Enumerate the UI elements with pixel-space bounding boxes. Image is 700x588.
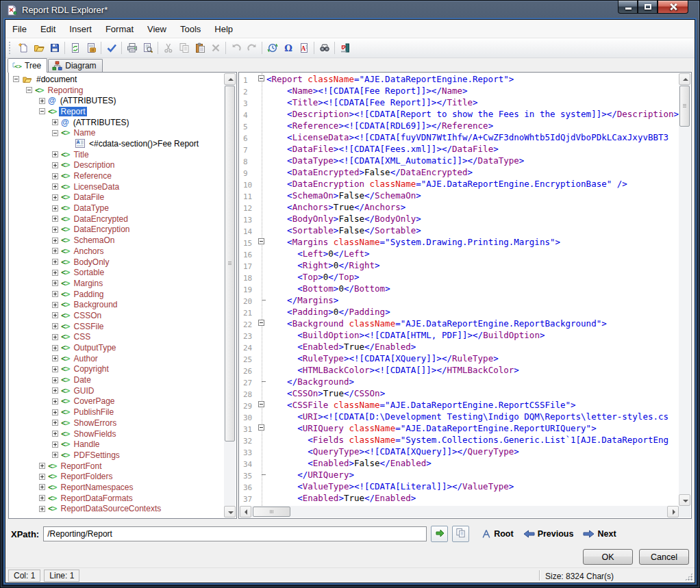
scroll-thumb[interactable] <box>253 507 290 517</box>
history-button[interactable] <box>264 40 280 55</box>
tree-item-title[interactable]: <>Title <box>10 149 223 160</box>
print-button[interactable] <box>124 40 140 55</box>
expand-icon[interactable] <box>39 474 45 480</box>
expand-icon[interactable] <box>52 398 58 405</box>
scroll-up-button[interactable] <box>679 73 690 85</box>
xpath-go-button[interactable] <box>431 526 448 542</box>
expand-icon[interactable] <box>52 431 58 437</box>
code-line[interactable]: 17 <Right>0</Right> <box>240 259 679 271</box>
expand-icon[interactable] <box>52 452 58 458</box>
code-line[interactable]: 16 <Left>0</Left> <box>240 248 679 259</box>
code-line[interactable]: 8 <DataType><![CDATA[XML_Automatic]]></D… <box>240 155 679 166</box>
code-line[interactable]: 2 <Name><![CDATA[Fee Report]]></Name> <box>240 85 679 97</box>
code-line[interactable]: 7 <DataFile><![CDATA[Fees.xml]]></DataFi… <box>240 143 679 155</box>
scroll-down-button[interactable] <box>679 494 690 506</box>
tree-item-margins[interactable]: <>Margins <box>10 278 223 289</box>
print-preview-button[interactable] <box>140 40 155 55</box>
font-button[interactable]: A <box>296 40 312 55</box>
tree-item-dataencrypted[interactable]: <>DataEncrypted <box>10 214 223 225</box>
code-line[interactable]: 27 </Background> <box>240 376 679 387</box>
minimize-button[interactable] <box>618 1 638 14</box>
code-line[interactable]: 18 <Top>0</Top> <box>240 271 679 283</box>
tree-item-datatype[interactable]: <>DataType <box>10 203 223 214</box>
paste-button[interactable] <box>192 40 208 55</box>
properties-button[interactable] <box>83 40 99 55</box>
refresh-document-button[interactable] <box>67 40 83 55</box>
expand-icon[interactable] <box>39 484 45 490</box>
expand-icon[interactable] <box>52 270 58 276</box>
code-line[interactable]: 23 <BuildOption><![CDATA[HTML, PDF]]></B… <box>240 329 679 341</box>
scroll-thumb[interactable] <box>225 86 235 442</box>
tab-diagram[interactable]: Diagram <box>48 59 102 72</box>
tree-item-cdata-section-fee-report[interactable]: A<#cdata-section()>Fee Report <box>10 138 223 149</box>
menu-insert[interactable]: Insert <box>62 21 99 38</box>
code-line[interactable]: 5 <Reference><![CDATA[RDL69]]></Referenc… <box>240 120 679 131</box>
code-line[interactable]: 30 <URI><![CDATA[D:\Development Testing\… <box>240 411 679 422</box>
undo-button[interactable] <box>228 40 244 55</box>
root-button[interactable]: Root <box>482 529 513 539</box>
code-line[interactable]: 11 <SchemaOn>False</SchemaOn> <box>240 190 679 201</box>
expand-icon[interactable] <box>52 205 58 212</box>
editor-horizontal-scrollbar[interactable] <box>240 506 679 517</box>
code-line[interactable]: 1<Report className="AJE.DataReportEngine… <box>240 73 679 85</box>
tree-item-padding[interactable]: <>Padding <box>10 289 223 300</box>
close-button[interactable] <box>658 1 688 14</box>
tree-item-sortable[interactable]: <>Sortable <box>10 267 223 278</box>
code-line[interactable]: 15 <Margins className="System.Drawing.Pr… <box>240 236 679 248</box>
tree-item-date[interactable]: <>Date <box>10 374 223 385</box>
expand-icon[interactable] <box>52 248 58 254</box>
tree-item-showerrors[interactable]: <>ShowErrors <box>10 418 223 429</box>
ok-button[interactable]: OK <box>583 549 633 565</box>
xpath-input[interactable] <box>43 526 427 541</box>
code-line[interactable]: 20 </Margins> <box>240 294 679 306</box>
expand-icon[interactable] <box>52 302 58 308</box>
open-folder-button[interactable] <box>31 40 47 55</box>
tree-item-cssfile[interactable]: <>CSSFile <box>10 321 223 332</box>
code-line[interactable]: 35 </URIQuery> <box>240 469 679 481</box>
tab-tree[interactable]: <>Tree <box>8 58 47 73</box>
code-line[interactable]: 13 <BodyOnly>False</BodyOnly> <box>240 213 679 225</box>
find-button[interactable] <box>316 40 332 55</box>
tree-item-datafile[interactable]: <>DataFile <box>10 192 223 203</box>
code-line[interactable]: 21 <Padding>0</Padding> <box>240 306 679 318</box>
code-line[interactable]: 12 <Anchors>True</Anchors> <box>240 201 679 213</box>
copy-button[interactable] <box>176 40 192 55</box>
tree-item-coverpage[interactable]: <>CoverPage <box>10 396 223 407</box>
code-line[interactable]: 28 <CSSOn>True</CSSOn> <box>240 387 679 399</box>
expand-icon[interactable] <box>52 280 58 286</box>
expand-icon[interactable] <box>52 366 58 372</box>
code-line[interactable]: 4 <Description><![CDATA[Report to show t… <box>240 108 679 120</box>
expand-icon[interactable] <box>52 162 58 168</box>
cut-button[interactable] <box>160 40 176 55</box>
save-button[interactable] <box>47 40 62 55</box>
previous-button[interactable]: Previous <box>523 529 574 539</box>
code-line[interactable]: 26 <HTMLBackColor><![CDATA[]]></HTMLBack… <box>240 364 679 376</box>
redo-button[interactable] <box>244 40 260 55</box>
tree-item-css[interactable]: <>CSS <box>10 332 223 343</box>
tree-vertical-scrollbar[interactable] <box>224 73 236 517</box>
expand-icon[interactable] <box>39 506 45 512</box>
tree-item-anchors[interactable]: <>Anchors <box>10 246 223 257</box>
xpath-copy-button[interactable] <box>452 526 469 542</box>
menu-file[interactable]: File <box>5 21 34 38</box>
tree-item-reportfolders[interactable]: <>ReportFolders <box>10 471 223 482</box>
menu-format[interactable]: Format <box>99 21 140 38</box>
editor-vertical-scrollbar[interactable] <box>679 73 690 506</box>
tree-item-background[interactable]: <>Background <box>10 299 223 310</box>
tree-item-reporting[interactable]: <>Reporting <box>10 85 223 96</box>
code-line[interactable]: 29 <CSSFile className="AJE.DataReportEng… <box>240 399 679 411</box>
tree-item-reportnamespaces[interactable]: <>ReportNamespaces <box>10 482 223 493</box>
tree-item-dataencryption[interactable]: <>DataEncryption <box>10 225 223 235</box>
expand-icon[interactable] <box>52 377 58 383</box>
code-line[interactable]: 3 <Title><![CDATA[Fee Report]]></Title> <box>240 97 679 108</box>
tree-item-description[interactable]: <>Description <box>10 160 223 171</box>
fold-collapse-icon[interactable] <box>258 320 264 326</box>
expand-icon[interactable] <box>52 173 58 179</box>
expand-icon[interactable] <box>52 259 58 265</box>
tree-item-attributes[interactable]: @(ATTRIBUTES) <box>10 117 223 128</box>
expand-icon[interactable] <box>52 323 58 329</box>
code-line[interactable]: 33 <QueryType><![CDATA[XQuery]]></QueryT… <box>240 446 679 457</box>
next-button[interactable]: Next <box>583 529 616 539</box>
expand-icon[interactable] <box>52 227 58 233</box>
code-line[interactable]: 37 <Enabled>True</Enabled> <box>240 492 679 504</box>
